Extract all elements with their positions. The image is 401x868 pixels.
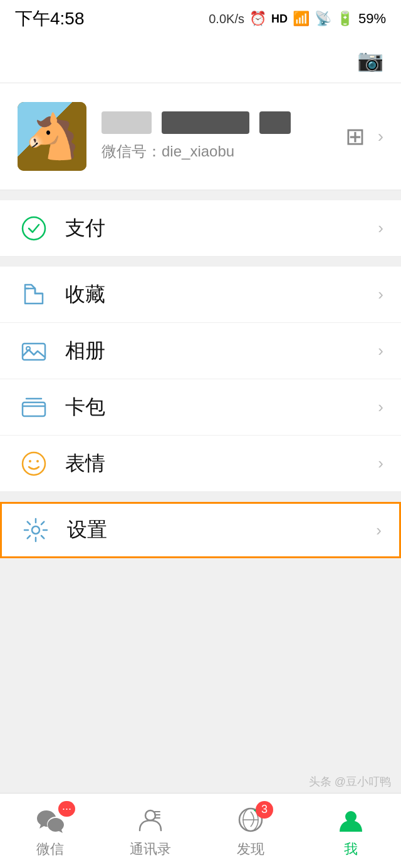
weixin-tab-label: 微信 (36, 840, 64, 859)
emoji-label: 表情 (65, 450, 378, 477)
me-tab-icon (335, 804, 367, 836)
menu-item-favorites[interactable]: 收藏 › (0, 267, 401, 323)
contacts-tab-label: 通讯录 (130, 840, 171, 859)
watermark: 头条 @豆小叮鸭 (309, 774, 391, 789)
tab-item-me[interactable]: 我 (301, 804, 401, 859)
photos-icon (18, 335, 50, 367)
signal-icon: 📶 (293, 11, 310, 27)
me-tab-label: 我 (344, 840, 358, 859)
settings-chevron-icon: › (376, 521, 382, 540)
profile-info: 微信号：die_xiaobu (102, 111, 330, 161)
network-speed: 0.0K/s (209, 12, 244, 26)
qr-code-icon[interactable]: ⊞ (345, 123, 365, 150)
profile-name-block3 (259, 111, 291, 134)
contacts-tab-icon (134, 804, 167, 836)
profile-name-block1 (102, 111, 152, 134)
menu-item-pay[interactable]: 支付 › (0, 200, 401, 257)
menu-item-photos[interactable]: 相册 › (0, 323, 401, 379)
page-header: 📷 (0, 38, 401, 83)
pay-chevron-icon: › (378, 218, 383, 238)
wifi-icon: 📡 (315, 11, 331, 27)
menu-item-cards[interactable]: 卡包 › (0, 379, 401, 436)
menu-item-emoji[interactable]: 表情 › (0, 436, 401, 492)
svg-point-5 (29, 460, 31, 462)
profile-name-block2 (162, 111, 249, 134)
status-bar: 下午4:58 0.0K/s ⏰ HD 📶 📡 🔋 59% (0, 0, 401, 38)
svg-point-4 (23, 452, 45, 475)
discover-tab-icon: 3 (234, 804, 267, 836)
cards-label: 卡包 (65, 394, 378, 421)
settings-label: 设置 (67, 516, 376, 544)
emoji-chevron-icon: › (378, 454, 383, 473)
photos-chevron-icon: › (378, 341, 383, 360)
svg-rect-3 (23, 402, 45, 416)
settings-icon (19, 514, 52, 546)
tab-item-weixin[interactable]: ··· 微信 (0, 804, 100, 859)
svg-point-2 (26, 347, 30, 350)
hd-icon: HD (271, 13, 288, 26)
tab-bar: ··· 微信 通讯录 3 发现 (0, 793, 401, 868)
svg-point-6 (36, 460, 39, 462)
photos-label: 相册 (65, 337, 378, 365)
profile-id: 微信号：die_xiaobu (102, 141, 330, 161)
svg-point-8 (145, 810, 155, 820)
profile-section[interactable]: 微信号：die_xiaobu ⊞ › (0, 83, 401, 190)
battery-level: 59% (358, 11, 386, 27)
profile-actions[interactable]: ⊞ › (345, 123, 383, 150)
alarm-icon: ⏰ (249, 11, 266, 27)
cards-chevron-icon: › (378, 397, 383, 417)
weixin-badge: ··· (58, 801, 75, 817)
profile-name-row (102, 111, 330, 134)
weixin-tab-icon: ··· (34, 804, 66, 836)
avatar-image (18, 102, 86, 171)
menu-list: 支付 › 收藏 › 相册 › (0, 200, 401, 558)
svg-point-7 (32, 526, 39, 534)
tab-item-contacts[interactable]: 通讯录 (100, 804, 200, 859)
menu-item-settings[interactable]: 设置 › (0, 502, 401, 558)
status-right: 0.0K/s ⏰ HD 📶 📡 🔋 59% (209, 11, 386, 27)
status-time: 下午4:58 (15, 7, 85, 31)
discover-badge: 3 (256, 801, 273, 819)
favorites-chevron-icon: › (378, 285, 383, 304)
svg-point-0 (23, 217, 45, 240)
discover-tab-label: 发现 (237, 840, 264, 859)
profile-chevron-icon: › (378, 126, 383, 146)
pay-label: 支付 (65, 215, 378, 242)
menu-group-divider-2 (0, 492, 401, 502)
tab-item-discover[interactable]: 3 发现 (200, 804, 301, 859)
menu-group-divider-1 (0, 257, 401, 267)
cards-icon (18, 391, 50, 424)
favorites-label: 收藏 (65, 281, 378, 309)
pay-icon (18, 212, 50, 245)
avatar (18, 102, 86, 171)
favorites-icon (18, 278, 50, 311)
camera-icon[interactable]: 📷 (357, 48, 383, 73)
emoji-icon (18, 447, 50, 480)
battery-icon: 🔋 (336, 11, 353, 27)
section-divider (0, 190, 401, 200)
